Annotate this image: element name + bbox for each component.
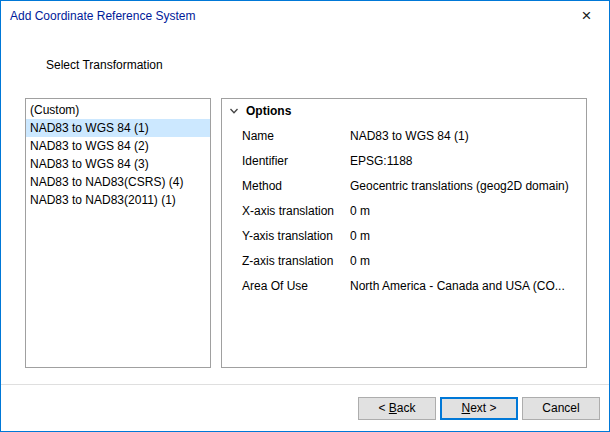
property-value: 0 m (350, 204, 586, 218)
property-label: X-axis translation (222, 204, 350, 218)
cancel-label: Cancel (542, 401, 579, 415)
page-title: Select Transformation (46, 58, 163, 72)
property-value: North America - Canada and USA (CO... (350, 279, 586, 293)
property-value: NAD83 to WGS 84 (1) (350, 129, 586, 143)
property-row: Z-axis translation 0 m (222, 248, 586, 273)
transformation-list[interactable]: (Custom) NAD83 to WGS 84 (1) NAD83 to WG… (25, 98, 211, 368)
property-row: Name NAD83 to WGS 84 (1) (222, 123, 586, 148)
close-button[interactable]: × (564, 1, 609, 31)
property-value: 0 m (350, 229, 586, 243)
property-label: Area Of Use (222, 279, 350, 293)
property-label: Method (222, 179, 350, 193)
next-label-mnemonic: N (461, 401, 470, 415)
list-item[interactable]: NAD83 to WGS 84 (2) (26, 137, 210, 155)
property-value: 0 m (350, 254, 586, 268)
next-button[interactable]: Next > (440, 397, 518, 420)
property-label: Identifier (222, 154, 350, 168)
property-row: X-axis translation 0 m (222, 198, 586, 223)
property-value: EPSG:1188 (350, 154, 586, 168)
property-label: Z-axis translation (222, 254, 350, 268)
back-label-suffix: ack (397, 401, 416, 415)
list-item-custom[interactable]: (Custom) (26, 101, 210, 119)
options-header[interactable]: Options (222, 99, 586, 123)
titlebar: Add Coordinate Reference System × (1, 1, 609, 31)
add-crs-dialog: Add Coordinate Reference System × Select… (0, 0, 610, 432)
cancel-button[interactable]: Cancel (522, 397, 600, 420)
next-label-suffix: ext > (470, 401, 496, 415)
property-label: Name (222, 129, 350, 143)
close-icon: × (582, 6, 592, 26)
options-panel: Options Name NAD83 to WGS 84 (1) Identif… (221, 98, 587, 368)
property-row: Y-axis translation 0 m (222, 223, 586, 248)
list-item[interactable]: NAD83 to NAD83(2011) (1) (26, 191, 210, 209)
property-row: Area Of Use North America - Canada and U… (222, 273, 586, 298)
list-item-selected[interactable]: NAD83 to WGS 84 (1) (26, 119, 210, 137)
property-row: Identifier EPSG:1188 (222, 148, 586, 173)
options-header-label: Options (246, 104, 291, 118)
property-value: Geocentric translations (geog2D domain) (350, 179, 586, 193)
window-title: Add Coordinate Reference System (1, 9, 195, 23)
back-label-prefix: < (378, 401, 388, 415)
property-row: Method Geocentric translations (geog2D d… (222, 173, 586, 198)
list-item[interactable]: NAD83 to WGS 84 (3) (26, 155, 210, 173)
chevron-down-icon (229, 106, 239, 116)
property-label: Y-axis translation (222, 229, 350, 243)
back-button[interactable]: < Back (358, 397, 436, 420)
footer: < Back Next > Cancel (1, 384, 609, 431)
list-item[interactable]: NAD83 to NAD83(CSRS) (4) (26, 173, 210, 191)
back-label-mnemonic: B (389, 401, 397, 415)
